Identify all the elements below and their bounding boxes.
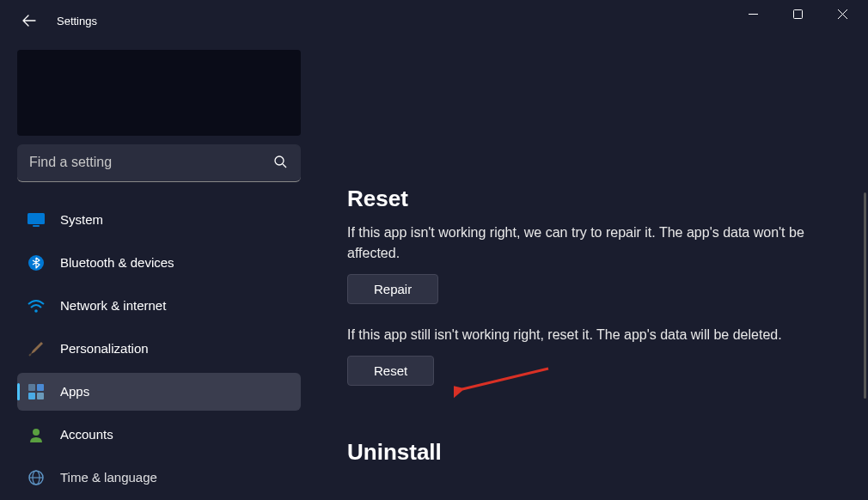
repair-button[interactable]: Repair <box>347 274 438 304</box>
svg-rect-7 <box>37 384 44 391</box>
repair-description: If this app isn't working right, we can … <box>347 223 811 264</box>
reset-description: If this app still isn't working right, r… <box>347 325 834 345</box>
uninstall-heading: Uninstall <box>347 439 834 466</box>
scrollbar[interactable] <box>864 192 866 399</box>
svg-rect-9 <box>37 393 44 399</box>
sidebar-item-label: Personalization <box>60 341 149 356</box>
maximize-button[interactable] <box>775 0 820 27</box>
svg-rect-0 <box>793 9 802 18</box>
sidebar-item-label: System <box>60 212 103 227</box>
sidebar-item-system[interactable]: System <box>17 201 301 239</box>
sidebar-item-label: Network & internet <box>60 298 166 313</box>
sidebar-item-accounts[interactable]: Accounts <box>17 416 301 454</box>
titlebar: Settings <box>0 0 868 41</box>
svg-point-10 <box>33 429 40 436</box>
search-box <box>17 144 301 182</box>
close-button[interactable] <box>820 0 865 27</box>
reset-button[interactable]: Reset <box>347 356 434 386</box>
maximize-icon <box>793 9 803 19</box>
back-arrow-icon <box>22 14 36 27</box>
apps-icon <box>28 383 45 400</box>
svg-rect-3 <box>33 225 40 227</box>
svg-point-1 <box>275 156 284 165</box>
svg-rect-8 <box>28 393 35 399</box>
sidebar-item-time[interactable]: Time & language <box>17 459 301 497</box>
globe-icon <box>28 469 45 486</box>
person-icon <box>28 426 45 443</box>
window-title: Settings <box>57 15 97 27</box>
sidebar-item-personalization[interactable]: Personalization <box>17 330 301 368</box>
search-icon <box>273 155 287 172</box>
sidebar: System Bluetooth & devices Network & int… <box>0 41 318 500</box>
sidebar-item-label: Time & language <box>60 470 157 485</box>
minimize-icon <box>749 9 758 19</box>
svg-point-5 <box>34 309 38 313</box>
window-controls <box>730 0 865 27</box>
svg-rect-6 <box>28 384 35 391</box>
sidebar-item-label: Bluetooth & devices <box>60 255 174 270</box>
sidebar-item-label: Accounts <box>60 427 113 442</box>
sidebar-item-apps[interactable]: Apps <box>17 373 301 411</box>
close-icon <box>838 9 847 19</box>
main-content: Reset If this app isn't working right, w… <box>318 41 868 500</box>
sidebar-item-bluetooth[interactable]: Bluetooth & devices <box>17 244 301 282</box>
bluetooth-icon <box>28 254 45 271</box>
sidebar-item-label: Apps <box>60 384 89 399</box>
search-input[interactable] <box>17 144 301 182</box>
wifi-icon <box>28 297 45 314</box>
minimize-button[interactable] <box>730 0 775 27</box>
brush-icon <box>28 340 45 357</box>
monitor-icon <box>28 211 45 229</box>
user-area <box>17 50 301 136</box>
nav-list: System Bluetooth & devices Network & int… <box>17 201 301 500</box>
back-button[interactable] <box>15 7 43 34</box>
svg-rect-2 <box>28 213 45 224</box>
sidebar-item-network[interactable]: Network & internet <box>17 287 301 325</box>
reset-heading: Reset <box>347 186 834 212</box>
